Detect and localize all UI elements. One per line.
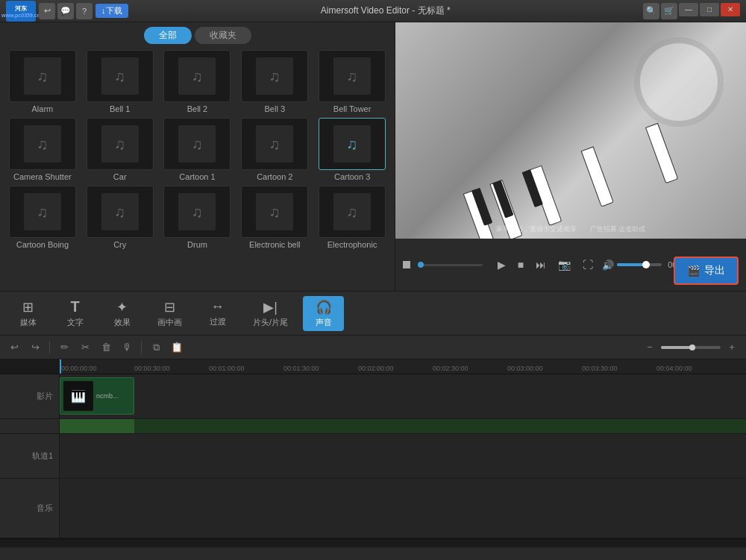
sound-grid-container[interactable]: ♫ Alarm ♫ Bell 1 ♫ Bell 2 ♫ Bell 3 ♫ B (0, 47, 395, 291)
download-button[interactable]: ↓下载 (95, 4, 128, 18)
separator (141, 341, 142, 354)
tab-all[interactable]: 全部 (144, 27, 192, 44)
stop-button[interactable]: ■ (515, 256, 527, 274)
tool-media[interactable]: ⊞ 媒体 (7, 296, 48, 331)
close-button[interactable]: ✕ (721, 3, 740, 16)
picpic-icon: ⊟ (164, 299, 175, 315)
sub-track (60, 419, 746, 434)
playhead[interactable] (60, 359, 61, 374)
horizontal-scrollbar[interactable] (0, 538, 746, 547)
sound-item-belltower[interactable]: ♫ Bell Tower (316, 50, 389, 113)
export-button[interactable]: 🎬 导出 (674, 257, 739, 285)
help-icon[interactable]: ? (76, 3, 93, 19)
undo-icon[interactable]: ↩ (39, 3, 55, 19)
next-frame-button[interactable]: ⏭ (533, 256, 549, 274)
tool-effects[interactable]: ✦ 效果 (101, 296, 142, 331)
sound-item-drum[interactable]: ♫ Drum (161, 186, 234, 249)
app-logo: 河东 www.pc0359.cn (6, 1, 36, 22)
sound-label: Bell 2 (187, 104, 208, 113)
tool-text[interactable]: T 文字 (54, 295, 95, 331)
track1-row (60, 434, 746, 479)
sound-label: Drum (187, 240, 207, 249)
ruler-mark-3: 00:01:30:00 (283, 360, 319, 374)
media-icon: ⊞ (22, 299, 34, 315)
ruler-mark-8: 00:04:00:00 (656, 360, 692, 374)
titlebar-left: 河东 www.pc0359.cn ↩ 💬 ? ↓下载 (6, 1, 128, 22)
sound-icon: 🎧 (316, 299, 332, 315)
separator (49, 341, 50, 354)
track-label-film: 影片 (0, 374, 59, 419)
sound-item-cartoon2[interactable]: ♫ Cartoon 2 (238, 118, 311, 181)
zoom-out-button[interactable]: − (642, 339, 658, 356)
sound-item-car[interactable]: ♫ Car (84, 118, 157, 181)
search-icon[interactable]: 🔍 (643, 3, 659, 19)
tool-label: 效果 (114, 317, 131, 328)
sound-item-camera[interactable]: ♫ Camera Shutter (6, 118, 79, 181)
tab-favorites[interactable]: 收藏夹 (195, 27, 251, 44)
sound-item-ebell[interactable]: ♫ Electronic bell (238, 186, 311, 249)
ruler-mark-0: 00:00:00:00 (60, 360, 97, 374)
tl-copy-button[interactable]: ⧉ (148, 339, 164, 356)
tl-delete-button[interactable]: 🗑 (98, 339, 114, 356)
tl-paste-button[interactable]: 📋 (169, 339, 185, 356)
tool-label: 片头/片尾 (253, 317, 288, 328)
sound-item-cry[interactable]: ♫ Cry (84, 186, 157, 249)
play-button[interactable]: ▶ (495, 256, 509, 274)
tl-edit-button[interactable]: ✏ (56, 339, 72, 356)
chat-icon[interactable]: 💬 (57, 3, 74, 19)
tracks-container: 影片 轨道1 音乐 00:00:00:00 00:00:30:00 00:01:… (0, 359, 746, 538)
ruler-mark-6: 00:03:00:00 (507, 360, 543, 374)
sound-label: Cry (113, 240, 126, 249)
film-clip[interactable]: 🎹 ncmb... (60, 377, 134, 415)
sound-item-bell3[interactable]: ♫ Bell 3 (238, 50, 311, 113)
sound-label: Cartoon Boing (16, 240, 69, 249)
sound-label: Cartoon 3 (334, 172, 370, 181)
volume-slider[interactable] (617, 263, 662, 266)
window-controls: 🔍 🛒 — □ ✕ (643, 3, 740, 19)
tool-label: 过渡 (210, 316, 226, 327)
volume-control[interactable]: 🔊 (602, 259, 662, 271)
ruler-mark-2: 00:01:00:00 (209, 360, 245, 374)
sound-item-cartoon1[interactable]: ♫ Cartoon 1 (161, 118, 234, 181)
tool-sound[interactable]: 🎧 声音 (303, 296, 344, 331)
tl-cut-button[interactable]: ✂ (77, 339, 93, 356)
track-labels: 影片 轨道1 音乐 (0, 359, 60, 538)
sound-item-bell1[interactable]: ♫ Bell 1 (84, 50, 157, 113)
track-content[interactable]: 00:00:00:00 00:00:30:00 00:01:00:00 00:0… (60, 359, 746, 538)
sound-item-alarm[interactable]: ♫ Alarm (6, 50, 79, 113)
main-area: 全部 收藏夹 ♫ Alarm ♫ Bell 1 ♫ Bell 2 (0, 22, 746, 291)
fullscreen-button[interactable]: ⛶ (580, 256, 596, 274)
maximize-button[interactable]: □ (700, 3, 719, 16)
sound-item-electrophonic[interactable]: ♫ Electrophonic (316, 186, 389, 249)
ruler-mark-1: 00:00:30:00 (134, 360, 170, 374)
minimize-button[interactable]: — (679, 3, 698, 16)
tool-headtail[interactable]: ▶| 片头/片尾 (244, 296, 297, 331)
tl-mic-button[interactable]: 🎙 (119, 339, 135, 356)
ruler-mark-4: 00:02:00:00 (358, 360, 394, 374)
zoom-in-button[interactable]: + (724, 339, 740, 356)
cart-icon[interactable]: 🛒 (661, 3, 677, 19)
toolbar: ⊞ 媒体 T 文字 ✦ 效果 ⊟ 画中画 ↔ 过渡 ▶| 片头/片尾 🎧 声音 (0, 291, 746, 336)
sound-item-bell2[interactable]: ♫ Bell 2 (161, 50, 234, 113)
video-preview-panel: 家车出行，遵循市交通规章 广告招募 达道助成 ▶ ■ ⏭ 📷 ⛶ 🔊 (395, 22, 746, 291)
sound-item-cartoonboing[interactable]: ♫ Cartoon Boing (6, 186, 79, 249)
transitions-icon: ↔ (211, 299, 225, 315)
sound-label: Car (113, 172, 127, 181)
site-url: www.pc0359.cn (1, 13, 40, 18)
export-label: 导出 (704, 264, 725, 277)
sound-item-cartoon3[interactable]: ♫ Cartoon 3 (316, 118, 389, 181)
tool-transitions[interactable]: ↔ 过渡 (197, 296, 238, 330)
export-icon: 🎬 (687, 265, 700, 277)
zoom-slider[interactable] (661, 346, 721, 349)
clip-thumbnail: 🎹 (63, 381, 93, 411)
tool-picpic[interactable]: ⊟ 画中画 (148, 296, 191, 331)
tl-undo-button[interactable]: ↩ (6, 339, 22, 356)
sound-label: Electronic bell (249, 240, 300, 249)
volume-icon: 🔊 (602, 259, 614, 271)
snapshot-button[interactable]: 📷 (555, 256, 574, 274)
logo-text: 河东 (15, 4, 27, 13)
tl-redo-button[interactable]: ↪ (27, 339, 43, 356)
window-title: Aimersoft Video Editor - 无标题 * (321, 4, 451, 17)
clip-label: ncmb... (96, 392, 119, 400)
film-track: 🎹 ncmb... (60, 374, 746, 419)
